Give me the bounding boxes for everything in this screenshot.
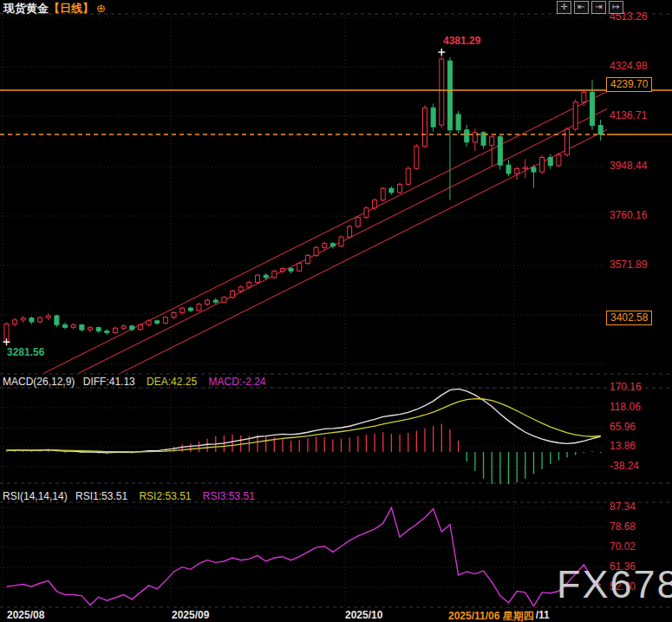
chart-app: 现货黄金【日线】⊕ ✛ ⇤ ⇥ ↦ 4513.264324.984136.713… [0,0,672,622]
axis-scale-right-icon[interactable]: ⇥ [591,1,606,14]
low-price-marker-label: 3281.56 [7,346,44,358]
main-y-axis-tick: 3760.16 [610,209,647,221]
title-bar: 现货黄金【日线】⊕ [3,1,106,16]
rsi-name: RSI(14,14,14) [3,490,68,502]
fx678-watermark: FX678 [557,562,672,607]
price-line-label: 4239.70 [606,77,652,92]
macd-y-axis-tick: 170.16 [610,381,642,393]
period-label: 【日线】 [49,2,94,15]
rsi-y-axis-tick: 70.02 [610,540,636,553]
x-axis-label-oct: 2025/10 [345,609,382,621]
macd-y-axis-tick: 65.96 [610,421,636,433]
rsi2-value: RSI2:53.51 [139,490,191,502]
rsi-y-axis-tick: 87.34 [610,501,636,513]
chart-canvas[interactable] [0,0,672,622]
macd-diff-value: DIFF:41.13 [83,376,135,388]
macd-header: MACD(26,12,9) DIFF:41.13 DEA:42.25 MACD:… [3,376,266,388]
rsi1-value: RSI1:53.51 [75,490,127,502]
pan-crosshair-icon[interactable]: ✛ [557,1,571,14]
macd-y-axis-tick: -38.24 [610,460,639,472]
macd-macd-value: MACD:-2.24 [208,376,265,388]
expand-icon[interactable]: ⊕ [96,2,106,15]
rsi3-value: RSI3:53.51 [203,490,255,502]
chart-toolbar: ✛ ⇤ ⇥ ↦ [557,1,623,14]
instrument-title: 现货黄金 [3,2,49,15]
macd-y-axis-tick: 13.86 [610,440,636,452]
axis-scale-left-icon[interactable]: ⇤ [574,1,589,14]
macd-y-axis-tick: 118.06 [610,401,641,413]
main-y-axis-tick: 4324.98 [610,60,647,72]
macd-dea-value: DEA:42.25 [147,376,197,388]
crosshair-date-label: 2025/11/06 星期四 [447,609,536,622]
high-price-marker-label: 4381.29 [443,35,480,47]
reference-level-label: 3402.58 [606,311,652,325]
main-y-axis-tick: 3571.89 [610,259,647,271]
measure-icon[interactable]: ↦ [609,1,623,14]
main-y-axis-tick: 3948.44 [610,160,647,172]
rsi-y-axis-tick: 78.68 [610,521,636,533]
x-axis-label-sep: 2025/09 [172,609,209,621]
rsi-header: RSI(14,14,14) RSI1:53.51 RSI2:53.51 RSI3… [3,490,255,502]
macd-name: MACD(26,12,9) [3,376,75,388]
x-axis-label-aug: 2025/08 [7,609,44,621]
main-y-axis-tick: 4136.71 [610,109,647,121]
